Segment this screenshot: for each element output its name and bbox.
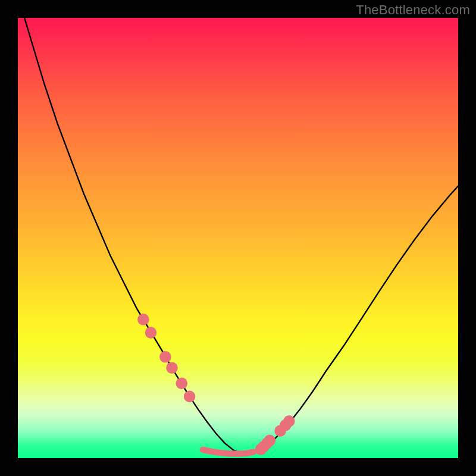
curve-marker — [283, 415, 295, 427]
curve-marker — [145, 327, 157, 339]
curve-marker — [159, 351, 171, 363]
chart-svg — [18, 18, 458, 458]
bottleneck-curve — [18, 18, 458, 454]
app-frame: TheBottleneck.com — [0, 0, 476, 476]
curve-marker — [176, 377, 187, 389]
curve-marker — [166, 362, 178, 374]
curve-marker — [137, 314, 149, 325]
plot-area — [18, 18, 458, 458]
watermark-text: TheBottleneck.com — [356, 2, 470, 18]
curve-marker — [264, 435, 275, 447]
valley-marker-band — [203, 450, 253, 454]
curve-marker — [184, 391, 196, 403]
curve-markers-left — [137, 314, 195, 402]
curve-markers-right — [255, 415, 295, 455]
